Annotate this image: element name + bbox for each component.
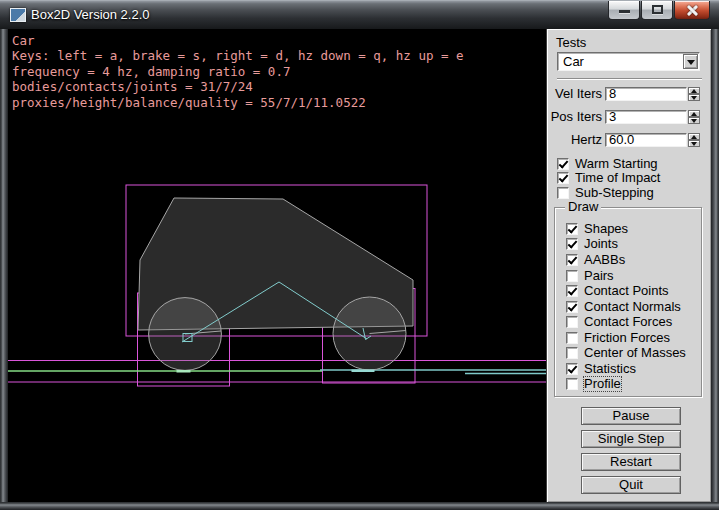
contact-normals-label: Contact Normals	[584, 300, 681, 314]
vel-iters-down-button[interactable]	[688, 94, 700, 101]
separator	[557, 78, 702, 80]
window-controls	[608, 1, 710, 20]
pos-iters-input[interactable]: 3	[605, 110, 687, 124]
sub-stepping-checkbox[interactable]	[557, 187, 569, 199]
proxies-stats-line: proxies/height/balance/quality = 55/7/1/…	[12, 95, 464, 110]
tests-label: Tests	[556, 35, 586, 50]
contact-points-label: Contact Points	[584, 284, 669, 298]
window-border-right	[711, 29, 719, 510]
time-of-impact-checkbox[interactable]	[557, 172, 569, 184]
chevron-down-icon	[687, 60, 695, 65]
pos-iters-stepper	[688, 110, 700, 124]
joints-label: Joints	[584, 237, 618, 251]
pos-iters-row: Pos Iters 3	[547, 110, 712, 124]
joints-checkbox[interactable]	[566, 238, 578, 250]
pause-button[interactable]: Pause	[581, 407, 681, 425]
left-contact-point	[177, 370, 191, 373]
vel-iters-stepper	[688, 87, 700, 101]
hertz-label: Hertz	[547, 133, 602, 147]
draw-group-label: Draw	[565, 200, 601, 214]
quit-button[interactable]: Quit	[581, 476, 681, 494]
friction-forces-label: Friction Forces	[584, 331, 670, 345]
tests-dropdown-value: Car	[563, 55, 584, 69]
pos-iters-up-button[interactable]	[688, 110, 700, 117]
keys-help-line: Keys: left = a, brake = s, right = d, hz…	[12, 48, 464, 63]
vel-iters-up-button[interactable]	[688, 87, 700, 94]
maximize-icon	[652, 5, 663, 14]
bodies-stats-line: bodies/contacts/joints = 31/7/24	[12, 79, 464, 94]
frequency-line: frequency = 4 hz, damping ratio = 0.7	[12, 64, 464, 79]
window-border-bottom	[0, 502, 719, 510]
profile-checkbox[interactable]	[566, 378, 578, 390]
minimize-icon	[619, 10, 630, 13]
statistics-label: Statistics	[584, 362, 636, 376]
dropdown-arrow-button[interactable]	[683, 54, 698, 69]
arrow-down-icon	[691, 96, 697, 100]
hertz-row: Hertz 60.0	[547, 133, 712, 147]
warm-starting-label: Warm Starting	[575, 157, 658, 171]
stats-overlay: Car Keys: left = a, brake = s, right = d…	[12, 33, 464, 110]
aabbs-checkbox[interactable]	[566, 254, 578, 266]
vel-iters-row: Vel Iters 8	[547, 87, 712, 101]
sub-stepping-label: Sub-Stepping	[575, 186, 654, 200]
arrow-up-icon	[691, 135, 697, 139]
warm-starting-checkbox[interactable]	[557, 158, 569, 170]
statistics-checkbox[interactable]	[566, 363, 578, 375]
hertz-input[interactable]: 60.0	[605, 133, 687, 147]
hertz-down-button[interactable]	[688, 140, 700, 147]
app-window: Box2D Version 2.2.0	[0, 0, 719, 510]
close-button[interactable]	[674, 1, 710, 20]
contact-points-checkbox[interactable]	[566, 285, 578, 297]
control-panel: Tests Car Vel Iters 8 Pos Iters 3 Hertz …	[546, 29, 711, 502]
pairs-label: Pairs	[584, 269, 614, 283]
single-step-button[interactable]: Single Step	[581, 430, 681, 448]
minimize-button[interactable]	[608, 1, 640, 20]
tests-dropdown[interactable]: Car	[557, 52, 700, 71]
pos-iters-down-button[interactable]	[688, 117, 700, 124]
draw-group: Draw Shapes Joints AABBs Pairs Contact P…	[554, 207, 702, 397]
profile-label: Profile	[584, 377, 621, 391]
window-border-left	[0, 29, 8, 510]
pairs-checkbox[interactable]	[566, 270, 578, 282]
pos-iters-label: Pos Iters	[547, 110, 602, 124]
app-icon[interactable]	[10, 8, 26, 22]
vel-iters-label: Vel Iters	[547, 87, 602, 101]
arrow-down-icon	[691, 142, 697, 146]
simulation-canvas[interactable]: Car Keys: left = a, brake = s, right = d…	[8, 29, 546, 502]
restart-button[interactable]: Restart	[581, 453, 681, 471]
aabbs-label: AABBs	[584, 253, 625, 267]
window-title: Box2D Version 2.2.0	[31, 1, 150, 30]
center-of-masses-label: Center of Masses	[584, 346, 686, 360]
vel-iters-input[interactable]: 8	[605, 87, 687, 101]
right-contact-point	[352, 370, 375, 373]
arrow-down-icon	[691, 119, 697, 123]
time-of-impact-label: Time of Impact	[575, 171, 660, 185]
shapes-checkbox[interactable]	[566, 223, 578, 235]
hertz-up-button[interactable]	[688, 133, 700, 140]
arrow-up-icon	[691, 89, 697, 93]
title-bar[interactable]: Box2D Version 2.2.0	[0, 0, 719, 29]
contact-forces-label: Contact Forces	[584, 315, 672, 329]
contact-normals-checkbox[interactable]	[566, 301, 578, 313]
center-of-masses-checkbox[interactable]	[566, 347, 578, 359]
arrow-up-icon	[691, 112, 697, 116]
maximize-button[interactable]	[641, 1, 673, 20]
shapes-label: Shapes	[584, 222, 628, 236]
contact-forces-checkbox[interactable]	[566, 316, 578, 328]
close-icon	[686, 4, 699, 17]
hertz-stepper	[688, 133, 700, 147]
friction-forces-checkbox[interactable]	[566, 332, 578, 344]
test-title: Car	[12, 33, 464, 48]
